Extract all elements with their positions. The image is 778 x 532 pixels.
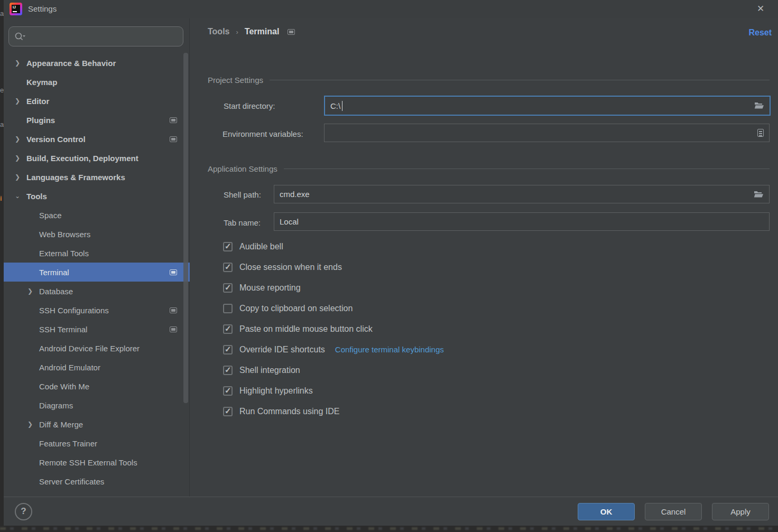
chevron-down-icon[interactable]: ⌄ (15, 192, 26, 200)
start-directory-field[interactable] (324, 96, 771, 116)
search-input[interactable] (29, 32, 183, 41)
checkbox-checked[interactable] (223, 407, 233, 416)
option-label[interactable]: Run Commands using IDE (239, 407, 339, 416)
browse-folder-icon[interactable] (754, 191, 764, 198)
checkbox-unchecked[interactable] (223, 304, 233, 313)
ok-button[interactable]: OK (578, 503, 635, 520)
search-icon (14, 32, 26, 41)
separator-line (270, 80, 770, 80)
option-label[interactable]: Highlight hyperlinks (239, 386, 313, 396)
reset-link[interactable]: Reset (748, 28, 772, 38)
checkbox-checked[interactable] (223, 345, 233, 354)
sidebar-item-version-control[interactable]: ❯Version Control (4, 129, 190, 148)
sidebar-item-database[interactable]: ❯Database (4, 282, 190, 301)
option-row-close-session-when-it-ends: Close session when it ends (223, 257, 444, 277)
sidebar-item-build-execution-deployment[interactable]: ❯Build, Execution, Deployment (4, 148, 190, 167)
checkbox-checked[interactable] (223, 386, 233, 396)
option-row-paste-on-middle-mouse-button-click: Paste on middle mouse button click (223, 319, 444, 339)
sidebar-item-external-tools[interactable]: External Tools (4, 244, 190, 263)
sidebar-item-label: External Tools (39, 249, 89, 258)
application-settings-title: Application Settings (208, 164, 277, 173)
sidebar-item-android-device-file-explorer[interactable]: Android Device File Explorer (4, 339, 190, 358)
option-label[interactable]: Mouse reporting (239, 283, 301, 293)
sidebar-item-ssh-terminal[interactable]: SSH Terminal (4, 320, 190, 339)
apply-button[interactable]: Apply (712, 503, 769, 520)
sidebar-item-ssh-configurations[interactable]: SSH Configurations (4, 301, 190, 320)
sidebar-item-label: Keymap (26, 78, 57, 87)
sidebar-item-android-emulator[interactable]: Android Emulator (4, 358, 190, 377)
chevron-right-icon[interactable]: ❯ (27, 421, 39, 428)
sidebar-item-diff-merge[interactable]: ❯Diff & Merge (4, 415, 190, 434)
environment-variables-field[interactable] (324, 124, 770, 142)
checkbox-checked[interactable] (223, 263, 233, 272)
sidebar-item-label: SSH Configurations (39, 306, 109, 315)
chevron-right-icon[interactable]: ❯ (15, 135, 26, 143)
settings-search-box[interactable] (8, 26, 183, 46)
chevron-right-icon[interactable]: ❯ (27, 287, 39, 295)
sidebar-item-appearance-behavior[interactable]: ❯Appearance & Behavior (4, 53, 190, 72)
window-title: Settings (28, 4, 57, 13)
breadcrumb-parent[interactable]: Tools (208, 27, 229, 36)
sidebar-item-label: Editor (26, 97, 49, 106)
sidebar-item-label: Build, Execution, Deployment (26, 154, 138, 163)
sidebar-item-label: Space (39, 211, 62, 220)
sidebar-item-keymap[interactable]: Keymap (4, 72, 190, 91)
chevron-right-icon[interactable]: ❯ (15, 173, 26, 181)
background-fragment: a (0, 120, 4, 128)
chevron-right-icon[interactable]: ❯ (15, 97, 26, 105)
background-app-edge: aeai (0, 0, 4, 532)
sidebar-item-remote-ssh-external-tools[interactable]: Remote SSH External Tools (4, 453, 190, 472)
screen: aeai IJ Settings ✕ ❯Appe (0, 0, 778, 532)
checkbox-checked[interactable] (223, 242, 233, 251)
option-label[interactable]: Shell integration (239, 366, 300, 375)
browse-folder-icon[interactable] (754, 102, 764, 109)
sidebar-item-languages-frameworks[interactable]: ❯Languages & Frameworks (4, 167, 190, 186)
settings-sidebar: ❯Appearance & BehaviorKeymap❯EditorPlugi… (4, 18, 190, 497)
sidebar-item-plugins[interactable]: Plugins (4, 110, 190, 129)
sidebar-item-web-browsers[interactable]: Web Browsers (4, 225, 190, 244)
start-directory-label: Start directory: (224, 101, 275, 110)
option-label[interactable]: Close session when it ends (239, 263, 342, 272)
configure-terminal-keybindings-link[interactable]: Configure terminal keybindings (335, 345, 444, 354)
sidebar-item-label: Plugins (26, 116, 55, 125)
sidebar-item-space[interactable]: Space (4, 206, 190, 225)
option-label[interactable]: Override IDE shortcuts (239, 345, 325, 354)
checkbox-checked[interactable] (223, 324, 233, 334)
shell-path-input[interactable] (280, 190, 749, 199)
sidebar-item-label: Web Browsers (39, 230, 90, 239)
checkbox-checked[interactable] (223, 283, 233, 293)
shell-path-field[interactable] (274, 185, 770, 203)
start-directory-input[interactable] (330, 101, 343, 110)
option-row-highlight-hyperlinks: Highlight hyperlinks (223, 380, 444, 401)
breadcrumb-separator-icon: › (236, 28, 238, 36)
monitor-icon (170, 136, 177, 142)
sidebar-item-label: Appearance & Behavior (26, 59, 116, 68)
sidebar-item-diagrams[interactable]: Diagrams (4, 396, 190, 415)
variables-list-icon[interactable] (757, 129, 764, 137)
help-icon[interactable]: ? (15, 503, 32, 520)
environment-variables-input[interactable] (330, 128, 753, 137)
sidebar-item-label: Tools (26, 192, 47, 201)
close-icon[interactable]: ✕ (755, 3, 766, 15)
sidebar-item-features-trainer[interactable]: Features Trainer (4, 434, 190, 453)
sidebar-item-code-with-me[interactable]: Code With Me (4, 377, 190, 396)
checkbox-checked[interactable] (223, 366, 233, 375)
sidebar-item-label: Diagrams (39, 401, 73, 410)
monitor-icon (288, 29, 295, 35)
sidebar-item-label: Android Emulator (39, 363, 100, 372)
separator-line (284, 169, 770, 169)
sidebar-item-server-certificates[interactable]: Server Certificates (4, 472, 190, 491)
sidebar-item-terminal[interactable]: Terminal (4, 263, 190, 282)
tab-name-field[interactable] (274, 212, 770, 231)
chevron-right-icon[interactable]: ❯ (15, 59, 26, 67)
option-label[interactable]: Copy to clipboard on selection (239, 304, 353, 313)
sidebar-scrollbar[interactable] (183, 53, 188, 403)
sidebar-item-label: SSH Terminal (39, 325, 87, 334)
chevron-right-icon[interactable]: ❯ (15, 154, 26, 162)
sidebar-item-editor[interactable]: ❯Editor (4, 91, 190, 110)
tab-name-input[interactable] (280, 217, 764, 226)
option-label[interactable]: Audible bell (239, 242, 283, 251)
sidebar-item-tools[interactable]: ⌄Tools (4, 186, 190, 206)
cancel-button[interactable]: Cancel (645, 503, 702, 520)
option-label[interactable]: Paste on middle mouse button click (239, 324, 373, 334)
